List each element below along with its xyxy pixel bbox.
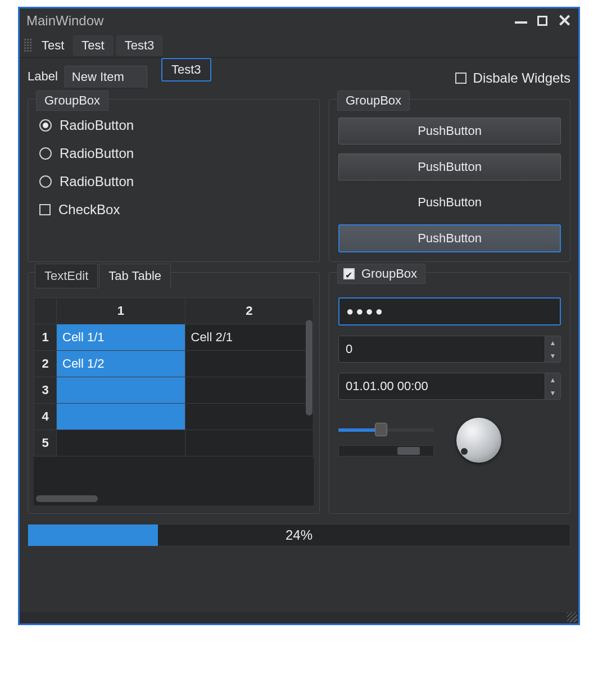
maximize-icon[interactable] [537, 16, 547, 26]
pushbutton-2[interactable]: PushButton [338, 153, 561, 180]
table-vscrollbar[interactable] [306, 320, 312, 415]
cell-1-2[interactable]: Cell 1/2 [57, 351, 185, 377]
datetime-edit[interactable]: 01.01.00 00:00 ▲ ▼ [338, 373, 561, 400]
main-window: MainWindow ✕ Test Test Test3 Label New I… [18, 7, 580, 625]
table-row: 4 [34, 404, 314, 430]
spinbox-value[interactable]: 0 [339, 336, 545, 362]
pushbutton-4-default[interactable]: PushButton [338, 224, 561, 252]
table-row: 1 Cell 1/1 Cell 2/1 [34, 324, 314, 351]
table-col-header-2[interactable]: 2 [185, 298, 314, 324]
cell-2-3[interactable] [185, 377, 314, 404]
table-row: 3 [34, 377, 314, 404]
titlebar[interactable]: MainWindow ✕ [20, 8, 578, 33]
spinbox[interactable]: 0 ▲ ▼ [338, 336, 561, 363]
spinbox-down-icon[interactable]: ▼ [545, 349, 560, 362]
datetime-down-icon[interactable]: ▼ [545, 386, 560, 399]
cell-1-5[interactable] [57, 430, 185, 457]
tab-widget: TextEdit Tab Table 1 2 1 Cell 1/1 Cel [28, 272, 320, 514]
table-row: 2 Cell 1/2 [34, 351, 314, 377]
table-row: 5 [34, 430, 314, 457]
cell-1-3[interactable] [57, 377, 185, 404]
groupbox-inputs-title[interactable]: GroupBox [337, 264, 425, 284]
cell-1-1[interactable]: Cell 1/1 [57, 324, 185, 351]
progress-bar: 24% [28, 524, 570, 546]
radiobutton-1[interactable] [39, 119, 52, 132]
cell-2-1[interactable]: Cell 2/1 [185, 324, 314, 351]
close-icon[interactable]: ✕ [558, 12, 572, 29]
checkbox-1-label: CheckBox [58, 202, 120, 218]
table-view[interactable]: 1 2 1 Cell 1/1 Cell 2/1 2 Cell 1/2 [34, 297, 314, 505]
spinbox-up-icon[interactable]: ▲ [545, 336, 560, 349]
table-row-header-3[interactable]: 3 [34, 377, 57, 404]
toolbar: Test Test Test3 [20, 33, 578, 58]
groupbox-radio-title: GroupBox [36, 91, 108, 111]
horizontal-scrollbar[interactable] [338, 445, 434, 457]
table-col-header-1[interactable]: 1 [57, 298, 185, 324]
radiobutton-2[interactable] [39, 147, 52, 160]
radiobutton-3-label: RadioButton [60, 174, 134, 189]
groupbox-inputs: GroupBox ●●●● 0 ▲ ▼ 01.01.00 00:00 ▲ ▼ [329, 272, 570, 514]
radiobutton-3[interactable] [39, 175, 52, 188]
size-grip-icon[interactable] [567, 612, 577, 622]
combo-new-item[interactable]: New Item [65, 66, 147, 89]
groupbox-radio: GroupBox RadioButton RadioButton RadioBu… [28, 99, 320, 262]
disable-widgets-checkbox[interactable] [455, 73, 466, 84]
minimize-icon[interactable] [515, 21, 527, 24]
groupbox-inputs-title-label: GroupBox [361, 266, 417, 281]
horizontal-slider[interactable] [338, 424, 434, 435]
radiobutton-1-label: RadioButton [60, 117, 134, 133]
floating-tab-test3[interactable]: Test3 [161, 58, 211, 82]
tab-table[interactable]: Tab Table [99, 264, 171, 288]
cell-1-4[interactable] [57, 404, 185, 430]
progress-label: 24% [286, 527, 312, 543]
window-title: MainWindow [26, 13, 103, 29]
groupbox-buttons-title: GroupBox [337, 91, 410, 111]
disable-widgets-label: Disbale Widgets [473, 70, 570, 86]
toolbar-handle-icon[interactable] [24, 39, 31, 52]
table-row-header-4[interactable]: 4 [34, 404, 57, 430]
datetime-up-icon[interactable]: ▲ [545, 373, 560, 386]
cell-2-4[interactable] [185, 404, 314, 430]
cell-2-5[interactable] [185, 430, 314, 457]
groupbox-inputs-checkbox[interactable] [343, 268, 355, 279]
checkbox-1[interactable] [39, 204, 51, 215]
table-row-header-1[interactable]: 1 [34, 324, 57, 351]
table-row-header-2[interactable]: 2 [34, 351, 57, 377]
groupbox-buttons: GroupBox PushButton PushButton PushButto… [329, 99, 570, 262]
label-label: Label [28, 66, 58, 84]
statusbar [20, 612, 578, 623]
datetime-value[interactable]: 01.01.00 00:00 [339, 373, 545, 399]
pushbutton-1[interactable]: PushButton [338, 117, 561, 144]
table-corner[interactable] [34, 298, 57, 324]
table-row-header-5[interactable]: 5 [34, 430, 57, 457]
toolbar-item-test3[interactable]: Test3 [116, 35, 163, 56]
cell-2-2[interactable] [185, 351, 314, 377]
toolbar-item-test-2[interactable]: Test [73, 35, 112, 56]
tab-textedit[interactable]: TextEdit [35, 264, 98, 288]
password-input[interactable]: ●●●● [338, 297, 561, 326]
pushbutton-3-flat[interactable]: PushButton [338, 189, 561, 215]
radiobutton-2-label: RadioButton [60, 146, 134, 161]
table-hscrollbar[interactable] [36, 495, 98, 502]
dial[interactable] [456, 418, 501, 463]
toolbar-item-test-1[interactable]: Test [36, 36, 70, 55]
progress-fill [28, 525, 158, 546]
slider-handle-icon[interactable] [375, 423, 387, 436]
